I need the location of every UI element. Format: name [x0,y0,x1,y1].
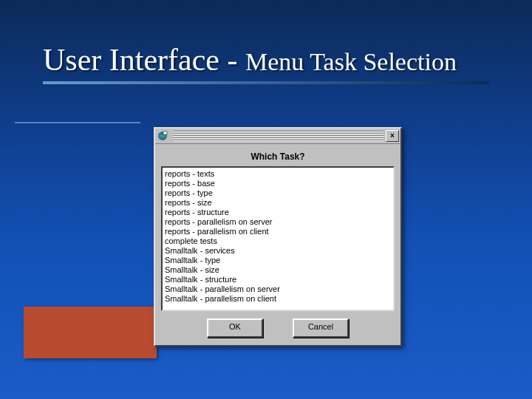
decorative-rectangle [24,307,157,358]
slide-title-main: User Interface - [43,43,245,77]
slide-title: User Interface - Menu Task Selection [43,43,489,77]
close-icon: × [390,132,395,140]
dialog-titlebar[interactable]: × [155,129,400,144]
list-item[interactable]: Smalltalk - services [165,246,391,256]
close-button[interactable]: × [386,130,399,142]
dialog-button-row: OK Cancel [161,318,395,338]
ok-button[interactable]: OK [207,318,263,338]
cancel-button[interactable]: Cancel [293,318,349,338]
list-item[interactable]: reports - type [165,188,391,198]
decorative-line [15,122,140,123]
slide-title-block: User Interface - Menu Task Selection [43,43,489,84]
list-item[interactable]: Smalltalk - type [165,256,391,265]
titlebar-gripper[interactable] [173,131,383,141]
list-item[interactable]: Smalltalk - parallelism on client [165,294,391,304]
list-item[interactable]: reports - texts [165,169,391,179]
task-selection-dialog: × Which Task? reports - textsreports - b… [154,127,402,347]
task-listbox[interactable]: reports - textsreports - basereports - t… [161,166,395,311]
list-item[interactable]: Smalltalk - size [165,265,391,275]
app-icon [157,130,168,142]
list-item[interactable]: reports - base [165,179,391,188]
slide-title-sub: Menu Task Selection [245,48,457,75]
presentation-slide: User Interface - Menu Task Selection × W… [0,0,532,399]
dialog-prompt: Which Task? [161,151,395,162]
title-underline [43,81,489,84]
list-item[interactable]: reports - parallelism on client [165,227,391,236]
list-item[interactable]: reports - size [165,198,391,208]
list-item[interactable]: reports - parallelism on server [165,217,391,227]
list-item[interactable]: reports - structure [165,208,391,217]
svg-rect-1 [163,132,167,134]
list-item[interactable]: Smalltalk - parallelism on server [165,284,391,294]
list-item[interactable]: Smalltalk - structure [165,275,391,284]
dialog-body: Which Task? reports - textsreports - bas… [155,144,400,345]
list-item[interactable]: complete tests [165,236,391,246]
